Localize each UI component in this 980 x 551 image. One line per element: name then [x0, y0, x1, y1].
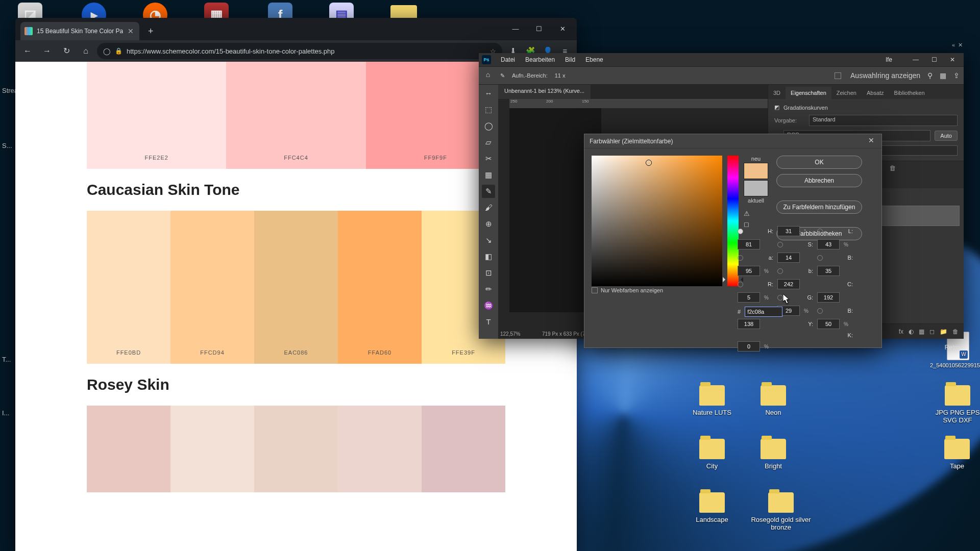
tool-lasso[interactable]: ◯ — [482, 119, 495, 133]
nav-reload[interactable]: ↻ — [58, 43, 75, 59]
workspace-icon[interactable]: ▦ — [940, 71, 946, 80]
hue-handle-left[interactable] — [723, 277, 728, 282]
close-icon[interactable]: ✕ — [958, 42, 963, 48]
swatch[interactable] — [87, 62, 226, 169]
hex-field[interactable] — [745, 307, 782, 317]
url-bar[interactable]: ◯ 🔒 ☆ — [97, 43, 502, 59]
y-field[interactable] — [817, 319, 840, 329]
new-icon[interactable]: ◻ — [929, 328, 935, 335]
auto-button[interactable]: Auto — [935, 131, 958, 141]
radio-h[interactable] — [738, 229, 743, 234]
ps-maximize[interactable]: ☐ — [925, 54, 943, 65]
ps-close[interactable]: ✕ — [943, 54, 962, 65]
desktop-folder[interactable]: Rosegold gold silver bronze — [750, 492, 812, 531]
browser-maximize[interactable]: ☐ — [528, 21, 550, 37]
menu-ebene[interactable]: Ebene — [581, 54, 608, 65]
tool-brush[interactable]: 🖌 — [482, 201, 495, 214]
tab-absatz[interactable]: Absatz — [862, 87, 889, 99]
new-tab-button[interactable]: + — [143, 24, 158, 38]
tab-3d[interactable]: 3D — [768, 87, 786, 99]
cancel-button[interactable]: Abbrechen — [776, 174, 862, 187]
l-field[interactable] — [738, 239, 760, 249]
menu-datei[interactable]: Datei — [496, 54, 520, 65]
add-swatch-button[interactable]: Zu Farbfeldern hinzufügen — [776, 201, 862, 214]
desktop-folder[interactable]: Neon — [750, 385, 796, 416]
tab-eigenschaften[interactable]: Eigenschaften — [786, 87, 831, 99]
swatch[interactable] — [87, 211, 170, 364]
cp-picker-ring[interactable] — [646, 160, 652, 166]
menu-bild[interactable]: Bild — [560, 54, 580, 65]
tool-blur[interactable]: ♒ — [482, 299, 495, 312]
desktop-folder[interactable]: JPG PNG EPS SVG DXF — [932, 385, 980, 424]
radio-g[interactable] — [777, 295, 783, 300]
desktop-folder[interactable]: Bright — [750, 439, 796, 470]
a-field[interactable] — [777, 253, 800, 263]
browser-close[interactable]: ✕ — [551, 21, 574, 37]
search-icon[interactable]: ⚲ — [927, 71, 933, 80]
home-icon[interactable]: ⌂ — [483, 70, 493, 81]
opt-value[interactable]: 11 x — [555, 72, 566, 79]
radio-l[interactable] — [817, 229, 823, 234]
group-icon[interactable]: 📁 — [940, 328, 947, 335]
doc-tab[interactable]: Unbenannt-1 bei 123% (Kurve... — [498, 85, 591, 99]
swatch[interactable] — [254, 211, 338, 364]
menu-bearbeiten[interactable]: Bearbeiten — [521, 54, 559, 65]
nav-back[interactable]: ← — [19, 43, 36, 59]
radio-a[interactable] — [738, 255, 743, 261]
g-field[interactable] — [817, 292, 840, 303]
c-field[interactable] — [738, 292, 760, 303]
bv-field[interactable] — [738, 266, 760, 276]
tool-marquee[interactable]: ⬚ — [482, 103, 495, 116]
tool-heal[interactable]: ⊕ — [482, 217, 495, 231]
preset-select[interactable]: Standard — [809, 115, 958, 126]
fx-icon[interactable]: fx — [899, 328, 903, 335]
ok-button[interactable]: OK — [776, 156, 862, 169]
cp-color-field[interactable] — [592, 156, 722, 286]
radio-bb[interactable] — [817, 308, 823, 314]
cp-close-icon[interactable]: ✕ — [866, 136, 876, 146]
radio-s[interactable] — [777, 242, 783, 247]
b-field[interactable] — [817, 266, 840, 276]
desktop-folder[interactable]: City — [689, 439, 735, 470]
share-icon[interactable]: ⇪ — [953, 71, 960, 80]
cp-titlebar[interactable]: Farbwähler (Zielmitteltonfarbe) ✕ — [584, 134, 881, 148]
desktop-folder[interactable]: Tape — [934, 439, 980, 470]
k-field[interactable] — [738, 341, 760, 352]
s-field[interactable] — [817, 239, 840, 249]
checkbox[interactable] — [835, 72, 841, 79]
tool-eyedropper[interactable]: ✎ — [482, 185, 495, 198]
tab-bibliotheken[interactable]: Bibliotheken — [889, 87, 930, 99]
trash-icon[interactable]: 🗑 — [952, 328, 959, 335]
menu-hilfe[interactable]: lfe — [886, 56, 892, 63]
bb-field[interactable] — [738, 319, 760, 329]
tool-dodge[interactable]: ◧ — [482, 250, 495, 263]
tool-text[interactable]: T — [482, 315, 495, 329]
browser-minimize[interactable]: — — [504, 21, 527, 37]
swatch[interactable] — [170, 211, 254, 364]
swatch[interactable] — [338, 406, 422, 492]
collapse-icon[interactable]: « — [952, 42, 955, 48]
mask-icon[interactable]: ◐ — [909, 328, 914, 335]
desktop-folder[interactable]: Nature LUTS — [689, 385, 735, 416]
url-input[interactable] — [127, 47, 486, 55]
radio-r[interactable] — [738, 282, 743, 287]
tool-move[interactable]: ↔ — [482, 87, 495, 100]
swatch[interactable] — [422, 406, 505, 492]
swatch[interactable] — [254, 406, 338, 492]
shield-icon[interactable]: ◯ — [103, 47, 111, 55]
tool-gradient[interactable]: ↘ — [482, 234, 495, 247]
h-field[interactable] — [777, 226, 800, 236]
swatch[interactable] — [226, 62, 365, 169]
r-field[interactable] — [777, 279, 800, 289]
browser-tab[interactable]: 15 Beautiful Skin Tone Color Pa ✕ — [20, 22, 139, 40]
nav-forward[interactable]: → — [39, 43, 55, 59]
eyedropper-icon[interactable]: ✎ — [500, 72, 505, 79]
cp-hue-slider[interactable] — [727, 156, 739, 286]
tab-close-icon[interactable]: ✕ — [127, 28, 134, 35]
tool-quick-select[interactable]: ▱ — [482, 136, 495, 149]
adj-icon[interactable]: ▦ — [919, 328, 924, 335]
tool-crop[interactable]: ✂ — [482, 152, 495, 165]
radio-bv[interactable] — [817, 255, 823, 261]
swatch[interactable] — [170, 406, 254, 492]
swatch[interactable] — [87, 406, 170, 492]
